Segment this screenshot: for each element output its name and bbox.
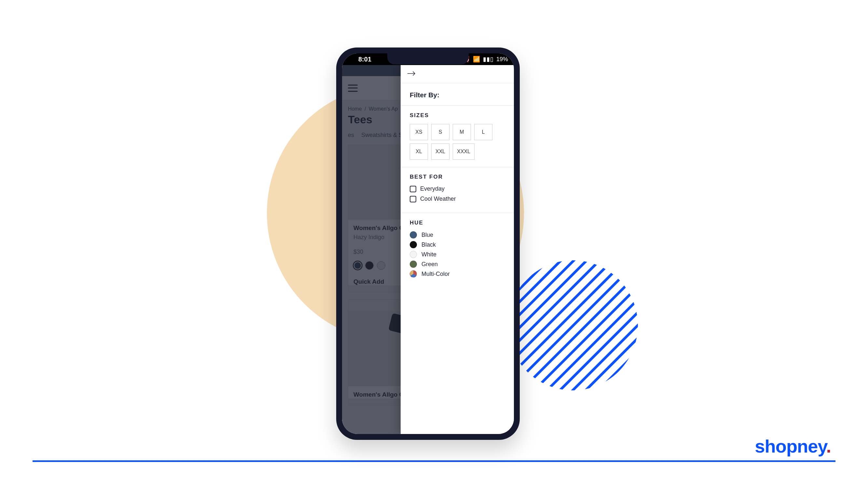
filter-section-sizes: SIZES XS S M L XL XXL XXXL	[401, 106, 514, 167]
size-option-xl[interactable]: XL	[410, 143, 428, 160]
bestfor-label: Cool Weather	[420, 196, 456, 202]
svg-point-1	[508, 260, 638, 390]
breadcrumb-home[interactable]: Home	[348, 106, 362, 111]
phone-frame: 8:01 ⏰ 📶 ▮▮▯ 19% The Palm Sprin	[336, 47, 520, 440]
hue-swatch-icon	[410, 231, 417, 238]
color-swatch[interactable]	[353, 261, 362, 270]
checkbox-icon	[410, 186, 416, 192]
size-option-m[interactable]: M	[453, 124, 471, 140]
hue-label: Green	[422, 261, 438, 268]
hue-option-black[interactable]: Black	[410, 241, 505, 248]
hue-label: Blue	[422, 232, 433, 238]
filter-heading-hue: HUE	[410, 220, 505, 226]
filter-section-hue: HUE Blue Black White Green	[401, 213, 514, 287]
brand-name: shopney	[755, 436, 826, 456]
bestfor-option-everyday[interactable]: Everyday	[410, 186, 505, 192]
bestfor-label: Everyday	[420, 186, 444, 192]
breadcrumb-sep: /	[365, 106, 366, 111]
hue-swatch-icon	[410, 270, 417, 278]
hue-option-green[interactable]: Green	[410, 261, 505, 268]
battery-percent: 19%	[496, 56, 508, 63]
phone-screen: 8:01 ⏰ 📶 ▮▮▯ 19% The Palm Sprin	[342, 53, 514, 434]
hue-option-multicolor[interactable]: Multi-Color	[410, 270, 505, 278]
checkbox-icon	[410, 196, 416, 202]
breadcrumb-current[interactable]: Women's Ap	[369, 106, 398, 111]
filter-panel: Filter By: SIZES XS S M L XL XXL XXXL BE…	[401, 65, 514, 434]
hue-label: Multi-Color	[422, 271, 450, 278]
size-option-xxxl[interactable]: XXXL	[453, 143, 474, 160]
size-option-xxl[interactable]: XXL	[431, 143, 450, 160]
hue-label: Black	[422, 241, 436, 248]
filter-section-bestfor: BEST FOR Everyday Cool Weather	[401, 167, 514, 213]
size-option-xs[interactable]: XS	[410, 124, 428, 140]
filter-title: Filter By:	[401, 83, 514, 106]
filter-heading-bestfor: BEST FOR	[410, 174, 505, 180]
hue-swatch-icon	[410, 261, 417, 268]
filter-panel-header	[401, 65, 514, 83]
close-panel-arrow-icon[interactable]	[407, 70, 416, 78]
shopney-logo: shopney.	[755, 435, 832, 457]
color-swatch[interactable]	[377, 261, 385, 270]
size-option-s[interactable]: S	[431, 124, 450, 140]
category-tab[interactable]: es	[348, 132, 354, 139]
status-time: 8:01	[342, 56, 388, 63]
brand-dot: .	[826, 436, 831, 456]
size-option-l[interactable]: L	[474, 124, 492, 140]
bestfor-option-coolweather[interactable]: Cool Weather	[410, 196, 505, 202]
hue-option-blue[interactable]: Blue	[410, 231, 505, 238]
decoration-stripes	[508, 260, 638, 390]
phone-notch	[387, 53, 469, 64]
hue-option-white[interactable]: White	[410, 251, 505, 258]
size-grid: XS S M L XL XXL XXXL	[410, 124, 505, 160]
hamburger-icon[interactable]	[348, 85, 358, 92]
signal-icon: ▮▮▯	[483, 56, 494, 63]
filter-heading-sizes: SIZES	[410, 112, 505, 119]
hue-swatch-icon	[410, 241, 417, 248]
hue-swatch-icon	[410, 251, 417, 258]
footer-divider	[33, 460, 835, 462]
hue-label: White	[422, 251, 436, 258]
category-tab[interactable]: Sweatshirts & Sw	[361, 132, 407, 139]
color-swatch[interactable]	[365, 261, 374, 270]
wifi-icon: 📶	[473, 56, 480, 63]
status-right: ⏰ 📶 ▮▮▯ 19%	[463, 56, 514, 63]
